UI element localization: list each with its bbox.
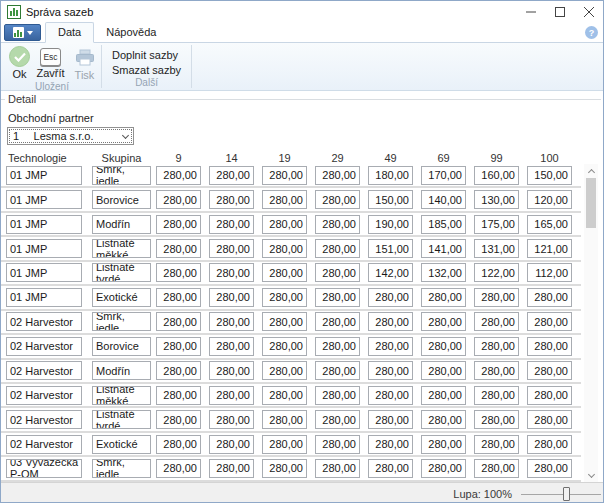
skupina-input[interactable]: Listnaté tvrdé bbox=[92, 410, 151, 429]
rate-input-14[interactable]: 280,00 bbox=[209, 361, 254, 380]
technologie-input[interactable]: 02 Harvestor bbox=[6, 337, 82, 356]
skupina-input[interactable]: Smrk, jedle bbox=[92, 459, 151, 478]
rate-input-69[interactable]: 280,00 bbox=[421, 337, 466, 356]
rate-input-49[interactable]: 280,00 bbox=[368, 459, 413, 478]
vertical-scrollbar[interactable] bbox=[584, 164, 598, 482]
rate-input-29[interactable]: 280,00 bbox=[315, 263, 360, 282]
rate-input-100[interactable]: 112,00 bbox=[527, 263, 572, 282]
rate-input-100[interactable]: 280,00 bbox=[527, 361, 572, 380]
rate-input-49[interactable]: 190,00 bbox=[368, 215, 413, 234]
rate-input-9[interactable]: 280,00 bbox=[156, 239, 201, 258]
rate-input-19[interactable]: 280,00 bbox=[262, 361, 307, 380]
rate-input-99[interactable]: 280,00 bbox=[474, 312, 519, 331]
maximize-button[interactable] bbox=[545, 1, 574, 23]
rate-input-29[interactable]: 280,00 bbox=[315, 312, 360, 331]
tab-data[interactable]: Data bbox=[45, 22, 94, 43]
rate-input-19[interactable]: 280,00 bbox=[262, 190, 307, 209]
rate-input-100[interactable]: 280,00 bbox=[527, 435, 572, 454]
rate-input-29[interactable]: 280,00 bbox=[315, 459, 360, 478]
close-button[interactable] bbox=[574, 1, 603, 23]
rate-input-29[interactable]: 280,00 bbox=[315, 190, 360, 209]
ok-button[interactable]: Ok bbox=[4, 45, 35, 80]
rate-input-49[interactable]: 150,00 bbox=[368, 190, 413, 209]
rate-input-49[interactable]: 280,00 bbox=[368, 288, 413, 307]
rate-input-99[interactable]: 122,00 bbox=[474, 263, 519, 282]
rate-input-19[interactable]: 280,00 bbox=[262, 459, 307, 478]
rate-input-19[interactable]: 280,00 bbox=[262, 410, 307, 429]
scroll-down-button[interactable] bbox=[584, 469, 598, 482]
skupina-input[interactable]: Smrk, jedle bbox=[92, 166, 151, 185]
rate-input-100[interactable]: 280,00 bbox=[527, 410, 572, 429]
rate-input-9[interactable]: 280,00 bbox=[156, 337, 201, 356]
rate-input-100[interactable]: 280,00 bbox=[527, 312, 572, 331]
rate-input-49[interactable]: 280,00 bbox=[368, 386, 413, 405]
zavrit-button[interactable]: Esc Zavřít bbox=[35, 45, 66, 79]
rate-input-69[interactable]: 280,00 bbox=[421, 386, 466, 405]
smazat-sazby-button[interactable]: Smazat sazby bbox=[109, 63, 184, 77]
skupina-input[interactable]: Borovice bbox=[92, 190, 151, 209]
rate-input-29[interactable]: 280,00 bbox=[315, 288, 360, 307]
rate-input-29[interactable]: 280,00 bbox=[315, 215, 360, 234]
technologie-input[interactable]: 01 JMP bbox=[6, 166, 82, 185]
technologie-input[interactable]: 02 Harvestor bbox=[6, 361, 82, 380]
rate-input-69[interactable]: 280,00 bbox=[421, 312, 466, 331]
rate-input-99[interactable]: 130,00 bbox=[474, 190, 519, 209]
skupina-input[interactable]: Listnaté měkké bbox=[92, 386, 151, 405]
rate-input-99[interactable]: 175,00 bbox=[474, 215, 519, 234]
rate-input-19[interactable]: 280,00 bbox=[262, 435, 307, 454]
rate-input-14[interactable]: 280,00 bbox=[209, 435, 254, 454]
app-menu-button[interactable] bbox=[4, 24, 41, 41]
rate-input-14[interactable]: 280,00 bbox=[209, 312, 254, 331]
rate-input-29[interactable]: 280,00 bbox=[315, 166, 360, 185]
rate-input-49[interactable]: 280,00 bbox=[368, 337, 413, 356]
technologie-input[interactable]: 02 Harvestor bbox=[6, 410, 82, 429]
rate-input-99[interactable]: 280,00 bbox=[474, 386, 519, 405]
rate-input-69[interactable]: 280,00 bbox=[421, 288, 466, 307]
technologie-input[interactable]: 02 Harvestor bbox=[6, 435, 82, 454]
rate-input-99[interactable]: 131,00 bbox=[474, 239, 519, 258]
tab-napoveda[interactable]: Nápověda bbox=[94, 23, 168, 42]
skupina-input[interactable]: Listnaté měkké bbox=[92, 239, 151, 258]
rate-input-100[interactable]: 150,00 bbox=[527, 166, 572, 185]
rate-input-100[interactable]: 280,00 bbox=[527, 459, 572, 478]
rate-input-99[interactable]: 280,00 bbox=[474, 361, 519, 380]
rate-input-49[interactable]: 280,00 bbox=[368, 435, 413, 454]
rate-input-14[interactable]: 280,00 bbox=[209, 410, 254, 429]
skupina-input[interactable]: Smrk, jedle bbox=[92, 312, 151, 331]
rate-input-99[interactable]: 280,00 bbox=[474, 459, 519, 478]
rate-input-69[interactable]: 280,00 bbox=[421, 435, 466, 454]
minimize-button[interactable] bbox=[516, 1, 545, 23]
scroll-up-button[interactable] bbox=[584, 164, 598, 177]
rate-input-100[interactable]: 280,00 bbox=[527, 288, 572, 307]
technologie-input[interactable]: 01 JMP bbox=[6, 288, 82, 307]
tisk-button[interactable]: Tisk bbox=[69, 45, 100, 81]
zoom-slider[interactable] bbox=[521, 486, 601, 502]
rate-input-49[interactable]: 280,00 bbox=[368, 312, 413, 331]
rate-input-49[interactable]: 280,00 bbox=[368, 410, 413, 429]
rate-input-9[interactable]: 280,00 bbox=[156, 166, 201, 185]
skupina-input[interactable]: Exotické bbox=[92, 288, 151, 307]
rate-input-14[interactable]: 280,00 bbox=[209, 337, 254, 356]
rate-input-9[interactable]: 280,00 bbox=[156, 288, 201, 307]
rate-input-14[interactable]: 280,00 bbox=[209, 386, 254, 405]
rate-input-14[interactable]: 280,00 bbox=[209, 288, 254, 307]
scrollbar-thumb[interactable] bbox=[586, 178, 596, 228]
rate-input-9[interactable]: 280,00 bbox=[156, 386, 201, 405]
rate-input-19[interactable]: 280,00 bbox=[262, 386, 307, 405]
skupina-input[interactable]: Borovice bbox=[92, 337, 151, 356]
rate-input-9[interactable]: 280,00 bbox=[156, 190, 201, 209]
rate-input-29[interactable]: 280,00 bbox=[315, 361, 360, 380]
rate-input-29[interactable]: 280,00 bbox=[315, 337, 360, 356]
skupina-input[interactable]: Exotické bbox=[92, 435, 151, 454]
rate-input-19[interactable]: 280,00 bbox=[262, 215, 307, 234]
rate-input-14[interactable]: 280,00 bbox=[209, 166, 254, 185]
rate-input-99[interactable]: 160,00 bbox=[474, 166, 519, 185]
rate-input-14[interactable]: 280,00 bbox=[209, 239, 254, 258]
rate-input-29[interactable]: 280,00 bbox=[315, 239, 360, 258]
rate-input-100[interactable]: 280,00 bbox=[527, 386, 572, 405]
rate-input-14[interactable]: 280,00 bbox=[209, 190, 254, 209]
rate-input-49[interactable]: 280,00 bbox=[368, 361, 413, 380]
technologie-input[interactable]: 02 Harvestor bbox=[6, 312, 82, 331]
rate-input-99[interactable]: 280,00 bbox=[474, 410, 519, 429]
rate-input-19[interactable]: 280,00 bbox=[262, 337, 307, 356]
